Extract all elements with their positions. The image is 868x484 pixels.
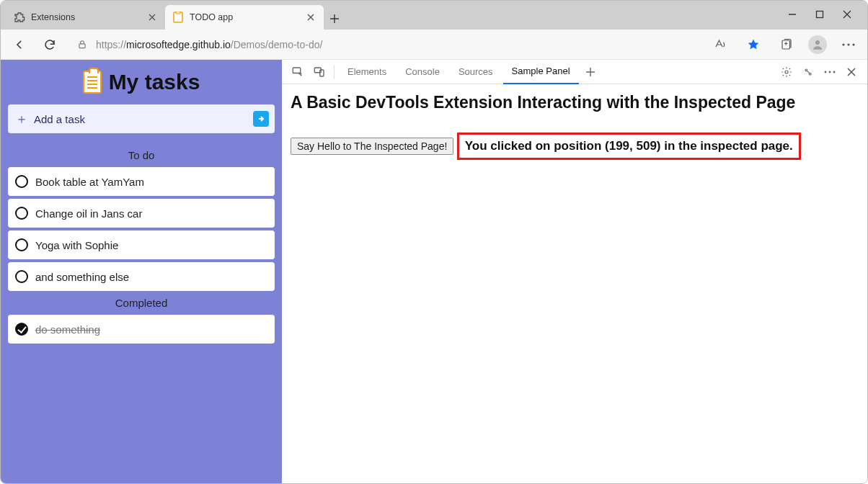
task-checkbox[interactable] [15,207,28,220]
address-bar[interactable]: https://microsoftedge.github.io/Demos/de… [68,33,697,56]
tab-title: TODO app [190,12,299,22]
svg-rect-9 [293,68,301,73]
devtools-tab-sources[interactable]: Sources [450,60,502,84]
svg-point-17 [833,71,836,73]
profile-avatar[interactable] [808,35,827,54]
devtools-settings-button[interactable] [776,62,797,82]
task-checkbox[interactable] [15,175,28,188]
page-title: My tasks [8,70,275,94]
extension-icon [14,12,25,23]
browser-toolbar: https://microsoftedge.github.io/Demos/de… [1,30,867,60]
devtools-tab-elements[interactable]: Elements [339,60,395,84]
device-toggle-button[interactable] [309,62,329,82]
task-label: and something else [35,271,129,283]
svg-point-16 [829,71,831,73]
task-checkbox-checked[interactable] [15,323,28,336]
browser-titlebar: Extensions TODO app [1,1,867,30]
devtools-more-button[interactable] [820,62,840,82]
devtools-tab-sample-panel[interactable]: Sample Panel [503,60,579,84]
browser-tab-extensions[interactable]: Extensions [6,5,165,30]
add-task-placeholder: Add a task [34,113,85,125]
svg-point-6 [842,43,844,45]
svg-rect-11 [320,70,324,76]
add-task-input[interactable]: ＋ Add a task [8,104,275,133]
task-item-completed[interactable]: do something [8,315,275,344]
site-info-icon[interactable] [76,38,89,51]
svg-point-12 [785,71,788,73]
clipboard-icon [83,71,102,94]
divider [334,65,335,79]
svg-rect-1 [176,12,180,14]
svg-point-15 [825,71,827,73]
window-minimize-button[interactable] [788,10,798,20]
content-area: My tasks ＋ Add a task To do Book table a… [1,60,867,483]
say-hello-button[interactable]: Say Hello to The Inspected Page! [291,138,453,155]
window-maximize-button[interactable] [815,10,825,20]
svg-point-13 [805,69,807,71]
svg-rect-3 [79,43,85,48]
svg-point-14 [809,73,811,75]
todo-app-page: My tasks ＋ Add a task To do Book table a… [1,60,282,483]
task-label: Book table at YamYam [35,176,144,188]
url-text: https://microsoftedge.github.io/Demos/de… [96,39,322,50]
section-label-todo: To do [8,149,275,161]
tab-title: Extensions [31,12,141,22]
clipboard-icon [172,12,184,23]
task-item[interactable]: Change oil in Jans car [8,199,275,228]
task-item[interactable]: Yoga with Sophie [8,230,275,259]
task-item[interactable]: Book table at YamYam [8,167,275,196]
window-close-button[interactable] [843,10,853,20]
devtools-panel: Elements Console Sources Sample Panel A … [282,60,867,483]
back-button[interactable] [8,33,31,56]
panel-heading: A Basic DevTools Extension Interacting w… [291,93,859,112]
submit-task-button[interactable] [253,111,269,127]
click-position-message: You clicked on position (199, 509) in th… [465,139,793,153]
task-checkbox[interactable] [15,270,28,283]
click-position-highlight: You clicked on position (199, 509) in th… [457,133,801,160]
new-tab-button[interactable] [324,8,345,30]
devtools-issues-button[interactable] [798,62,818,82]
plus-icon: ＋ [15,110,28,127]
task-label: Yoga with Sophie [35,239,118,251]
svg-rect-2 [817,12,823,18]
devtools-tabbar: Elements Console Sources Sample Panel [282,60,867,84]
task-item[interactable]: and something else [8,262,275,291]
settings-menu-button[interactable] [837,33,860,56]
svg-point-7 [847,43,849,45]
devtools-tab-console[interactable]: Console [397,60,448,84]
section-label-completed: Completed [8,297,275,309]
window-controls [776,1,864,30]
tab-close-button[interactable] [305,12,316,23]
task-checkbox[interactable] [15,238,28,251]
read-aloud-button[interactable] [709,33,732,56]
task-label: do something [35,323,100,336]
favorite-button[interactable] [742,33,765,56]
devtools-close-button[interactable] [841,62,862,82]
devtools-add-tab-button[interactable] [580,62,601,82]
task-label: Change oil in Jans car [35,207,142,220]
svg-point-8 [852,43,854,45]
browser-tab-todo-app[interactable]: TODO app [165,5,324,30]
collections-button[interactable] [775,33,798,56]
svg-point-5 [815,40,820,45]
devtools-panel-body: A Basic DevTools Extension Interacting w… [282,84,867,166]
inspect-element-button[interactable] [288,62,308,82]
refresh-button[interactable] [38,33,61,56]
tab-close-button[interactable] [146,12,158,23]
tab-strip: Extensions TODO app [1,1,345,30]
